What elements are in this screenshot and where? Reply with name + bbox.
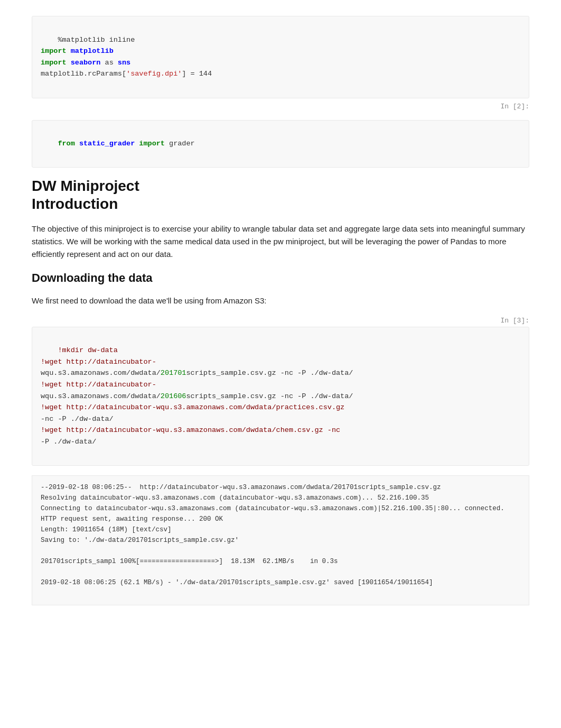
code-block-3[interactable]: !mkdir dw-data !wget http://dataincubato…: [32, 327, 529, 466]
main-title: DW MiniprojectIntroduction: [32, 177, 529, 213]
module-seaborn: seaborn: [71, 59, 101, 67]
intro-paragraph: The objective of this miniproject is to …: [32, 223, 529, 261]
keyword-import-3: import: [135, 140, 169, 148]
cmd-wget-1-cont: wqu.s3.amazonaws.com/dwdata/201701script…: [41, 369, 353, 377]
in-label-2: In [2]:: [32, 103, 529, 110]
import-grader: grader: [169, 140, 195, 148]
rcparams-line: matplotlib.rcParams['savefig.dpi'] = 144: [41, 70, 212, 78]
download-intro-text: We first need to download the data we'll…: [32, 294, 529, 307]
alias-sns: sns: [118, 59, 130, 67]
heading-section-2: Downloading the data: [32, 271, 529, 285]
code-block-1[interactable]: %matplotlib inline import matplotlib imp…: [32, 16, 529, 98]
keyword-import-1: import: [41, 47, 71, 55]
output-block: --2019-02-18 08:06:25-- http://dataincub…: [32, 475, 529, 605]
intro-section: The objective of this miniproject is to …: [32, 223, 529, 261]
cmd-wget-3-cont: -nc -P ./dw-data/: [41, 415, 114, 423]
cmd-mkdir: !mkdir dw-data: [58, 346, 117, 354]
download-heading: Downloading the data: [32, 271, 529, 285]
in-label-3: In [3]:: [32, 317, 529, 325]
download-intro-section: We first need to download the data we'll…: [32, 294, 529, 307]
cmd-wget-1: !wget http://dataincubator-: [41, 358, 156, 366]
keyword-import-2: import: [41, 59, 71, 67]
from-import-section: from static_grader import grader: [32, 120, 529, 168]
heading-section-1: DW MiniprojectIntroduction: [32, 177, 529, 213]
from-import-block[interactable]: from static_grader import grader: [32, 120, 529, 168]
cmd-wget-2-cont: wqu.s3.amazonaws.com/dwdata/201606script…: [41, 392, 353, 400]
cmd-wget-4-cont: -P ./dw-data/: [41, 438, 96, 446]
keyword-from: from: [58, 140, 79, 148]
module-matplotlib: matplotlib: [71, 47, 114, 55]
cmd-wget-3: !wget http://dataincubator-wqu.s3.amazon…: [41, 403, 344, 411]
module-static-grader: static_grader: [79, 140, 135, 148]
cmd-wget-4: !wget http://dataincubator-wqu.s3.amazon…: [41, 426, 340, 434]
output-section: --2019-02-18 08:06:25-- http://dataincub…: [32, 475, 529, 605]
as-keyword: as: [100, 59, 117, 67]
cmd-wget-2: !wget http://dataincubator-: [41, 381, 156, 389]
code-line-1: %matplotlib inline: [58, 36, 135, 44]
cell-3: !mkdir dw-data !wget http://dataincubato…: [32, 327, 529, 466]
cell-1: %matplotlib inline import matplotlib imp…: [32, 16, 529, 110]
